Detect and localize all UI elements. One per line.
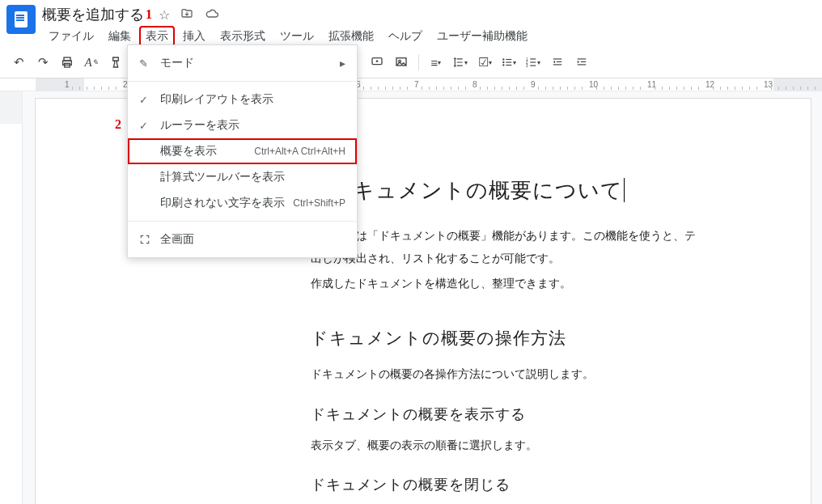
annotation-1: 1 xyxy=(146,7,152,22)
dd-equation-toolbar-label: 計算式ツールバーを表示 xyxy=(160,170,345,184)
svg-rect-19 xyxy=(557,61,561,62)
svg-rect-21 xyxy=(578,58,587,59)
spellcheck-button[interactable]: A✎ xyxy=(81,52,102,73)
checklist-button[interactable]: ☑▾ xyxy=(474,52,495,73)
dd-mode-label: モード xyxy=(160,56,340,70)
text-cursor xyxy=(623,178,625,202)
dropdown-separator xyxy=(128,221,357,222)
title-toolbar-icons: ☆ xyxy=(159,7,220,23)
align-button[interactable]: ≡▾ xyxy=(426,52,447,73)
menu-file[interactable]: ファイル xyxy=(42,26,100,47)
horizontal-ruler[interactable]: 12345678910111213 xyxy=(0,78,822,91)
svg-point-7 xyxy=(502,61,504,63)
cloud-status-icon[interactable] xyxy=(204,7,220,23)
toolbar-separator xyxy=(418,54,419,70)
body-paragraph[interactable]: 出しが検出され、リスト化することが可能です。 xyxy=(311,248,730,269)
dd-show-outline[interactable]: 概要を表示 Ctrl+Alt+A Ctrl+Alt+H xyxy=(128,138,357,164)
svg-rect-16 xyxy=(530,61,536,62)
menu-help[interactable]: ヘルプ xyxy=(382,26,429,47)
dd-fullscreen[interactable]: 全画面 xyxy=(128,227,357,252)
svg-text:3: 3 xyxy=(526,64,528,68)
body-paragraph[interactable]: 表示タブ、概要の表示の順番に選択します。 xyxy=(311,435,730,456)
body-paragraph[interactable]: 作成したドキュメントを構造化し、整理できます。 xyxy=(311,273,730,294)
star-icon[interactable]: ☆ xyxy=(159,7,170,23)
check-icon: ✓ xyxy=(139,120,160,132)
toolbar: ↶ ↷ A✎ − 21 + B I U A ≡▾ ▾ ☑▾ ▾ 123▾ xyxy=(0,47,822,78)
decrease-indent-button[interactable] xyxy=(547,52,568,73)
print-button[interactable] xyxy=(57,52,78,73)
svg-rect-22 xyxy=(581,61,586,62)
document-title[interactable]: 概要を追加する xyxy=(42,5,144,24)
insert-comment-button[interactable] xyxy=(367,52,388,73)
bulleted-list-button[interactable]: ▾ xyxy=(498,52,519,73)
dd-equation-toolbar[interactable]: 計算式ツールバーを表示 xyxy=(128,164,357,190)
docs-logo-icon[interactable] xyxy=(6,5,36,34)
body-paragraph[interactable]: ドキュメントの概要の各操作方法について説明します。 xyxy=(311,364,730,385)
ruler-tick: 8 xyxy=(472,80,477,89)
doc-heading-2[interactable]: ドキュメントの概要の操作方法 xyxy=(311,327,730,349)
vertical-ruler[interactable] xyxy=(0,91,23,504)
svg-rect-9 xyxy=(506,59,511,60)
title-column: 概要を追加する 1 ☆ ファイル 編集 表示 挿入 表示形式 ツール 拡張機能 … xyxy=(42,5,816,47)
doc-heading-1[interactable]: e ドキュメントの概要について xyxy=(311,176,730,205)
dd-show-ruler[interactable]: ✓ ルーラーを表示 xyxy=(128,112,357,138)
ruler-tick: 9 xyxy=(531,80,536,89)
annotation-2: 2 xyxy=(115,117,121,132)
title-row: 概要を追加する 1 ☆ xyxy=(42,5,816,24)
svg-point-6 xyxy=(502,58,504,60)
svg-rect-15 xyxy=(530,58,536,59)
redo-button[interactable]: ↷ xyxy=(32,52,53,73)
dd-show-ruler-label: ルーラーを表示 xyxy=(160,118,345,133)
dropdown-separator xyxy=(128,81,357,82)
h1-text: ドキュメントの概要について xyxy=(330,178,623,202)
pencil-icon: ✎ xyxy=(139,57,160,70)
check-icon: ✓ xyxy=(139,94,160,106)
view-menu-dropdown: ✎ モード ▸ ✓ 印刷レイアウトを表示 ✓ ルーラーを表示 概要を表示 Ctr… xyxy=(127,44,358,258)
svg-rect-11 xyxy=(506,65,511,66)
ruler-tick: 1 xyxy=(65,80,70,89)
doc-heading-3[interactable]: ドキュメントの概要を閉じる xyxy=(311,475,730,494)
svg-rect-10 xyxy=(506,61,511,62)
paint-format-button[interactable] xyxy=(105,52,126,73)
chevron-right-icon: ▸ xyxy=(340,57,345,70)
dd-show-outline-label: 概要を表示 xyxy=(160,144,254,159)
line-spacing-button[interactable]: ▾ xyxy=(450,52,471,73)
dd-mode[interactable]: ✎ モード ▸ xyxy=(128,50,357,76)
body-paragraph[interactable]: メントには「ドキュメントの概要」機能があります。この機能を使うと、テ xyxy=(311,226,730,247)
workspace: e ドキュメントの概要について メントには「ドキュメントの概要」機能があります。… xyxy=(0,91,822,504)
numbered-list-button[interactable]: 123▾ xyxy=(523,52,544,73)
svg-point-8 xyxy=(502,64,504,66)
dd-fullscreen-label: 全画面 xyxy=(160,232,345,247)
app-header: 概要を追加する 1 ☆ ファイル 編集 表示 挿入 表示形式 ツール 拡張機能 … xyxy=(0,0,822,47)
dd-show-outline-shortcut: Ctrl+Alt+A Ctrl+Alt+H xyxy=(254,146,345,157)
increase-indent-button[interactable] xyxy=(571,52,592,73)
undo-button[interactable]: ↶ xyxy=(8,52,29,73)
menu-accessibility[interactable]: ユーザー補助機能 xyxy=(430,26,534,47)
dd-nonprinting-chars[interactable]: 印刷されない文字を表示 Ctrl+Shift+P xyxy=(128,190,357,216)
svg-rect-17 xyxy=(530,66,536,66)
doc-heading-3[interactable]: ドキュメントの概要を表示する xyxy=(311,404,730,424)
fullscreen-icon xyxy=(139,234,160,245)
dd-nonprinting-shortcut: Ctrl+Shift+P xyxy=(293,197,345,209)
dd-print-layout[interactable]: ✓ 印刷レイアウトを表示 xyxy=(128,87,357,112)
ruler-v-margin xyxy=(0,91,22,124)
dd-print-layout-label: 印刷レイアウトを表示 xyxy=(160,92,345,107)
insert-image-button[interactable] xyxy=(391,52,412,73)
ruler-tick: 7 xyxy=(414,80,419,89)
move-folder-icon[interactable] xyxy=(180,7,194,23)
dd-nonprinting-label: 印刷されない文字を表示 xyxy=(160,196,293,210)
svg-rect-18 xyxy=(553,58,562,59)
svg-rect-20 xyxy=(553,64,562,65)
svg-rect-23 xyxy=(578,64,587,65)
